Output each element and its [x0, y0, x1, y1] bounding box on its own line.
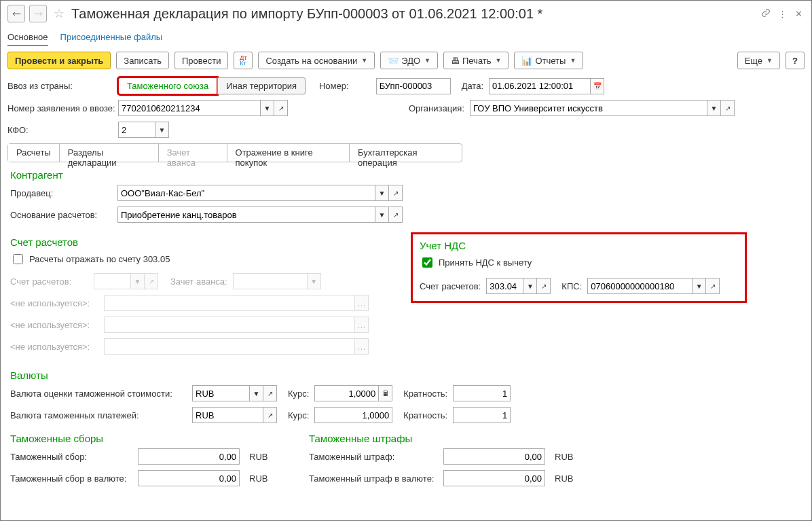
- seller-input[interactable]: [117, 185, 375, 201]
- accept-vat-deduction-label: Принять НДС к вычету: [439, 257, 532, 268]
- tab-main[interactable]: Основное: [7, 29, 48, 46]
- currencies-heading: Валюты: [10, 370, 802, 381]
- more-label: Еще: [745, 56, 762, 66]
- unused-label-2: <не используется>:: [10, 320, 98, 330]
- print-label: Печать: [462, 56, 492, 66]
- accept-vat-deduction-checkbox[interactable]: [422, 257, 432, 268]
- valuation-currency-dropdown[interactable]: ▼: [250, 385, 263, 401]
- mult1-input[interactable]: [453, 385, 511, 401]
- kps-input[interactable]: [587, 278, 693, 294]
- rate2-label: Курс:: [288, 410, 309, 420]
- more-button[interactable]: Еще▼: [737, 52, 780, 69]
- seller-dropdown[interactable]: ▼: [375, 185, 389, 201]
- basis-label: Основание расчетов:: [10, 210, 112, 220]
- customs-fine-currency-input[interactable]: [443, 470, 545, 486]
- tab-accounting-operation[interactable]: Бухгалтерская операция: [350, 144, 462, 162]
- vat-account-open[interactable]: ↗: [537, 278, 551, 294]
- rate1-label: Курс:: [288, 389, 309, 399]
- print-icon: 🖶: [451, 56, 460, 66]
- valuation-currency-label: Валюта оценки таможенной стоимости:: [10, 389, 187, 399]
- mult2-input: [453, 407, 511, 423]
- reports-button[interactable]: 📊Отчеты▼: [514, 52, 583, 69]
- declaration-number-dropdown[interactable]: ▼: [261, 100, 274, 116]
- declaration-number-label: Номер заявления о ввозе:: [7, 103, 113, 113]
- dt-kt-button[interactable]: ДтКт: [234, 52, 253, 69]
- post-button[interactable]: Провести: [174, 52, 229, 69]
- customs-fine-label: Таможенный штраф:: [309, 452, 438, 462]
- number-label: Номер:: [319, 81, 349, 91]
- seller-open[interactable]: ↗: [389, 185, 403, 201]
- payment-currency-open[interactable]: ↗: [263, 407, 277, 423]
- advance-offset-input: [233, 273, 308, 289]
- tab-purchase-book[interactable]: Отражение в книге покупок: [227, 144, 350, 162]
- number-input[interactable]: [376, 78, 451, 94]
- rate2-input: [314, 407, 392, 423]
- customs-fine-input[interactable]: [443, 448, 545, 465]
- toggle-other-territory[interactable]: Иная территория: [217, 77, 306, 94]
- kfo-input[interactable]: [118, 122, 155, 138]
- close-icon[interactable]: ✕: [792, 9, 805, 19]
- settlement-account-input: [94, 273, 131, 289]
- rate1-calc-icon[interactable]: 🖩: [379, 385, 392, 401]
- nav-back-button[interactable]: 🡐: [7, 5, 25, 22]
- basis-dropdown[interactable]: ▼: [375, 206, 389, 223]
- help-button[interactable]: ?: [786, 52, 805, 69]
- kfo-dropdown[interactable]: ▼: [155, 122, 169, 138]
- customs-fines-heading: Таможенные штрафы: [309, 433, 580, 444]
- basis-input[interactable]: [117, 206, 375, 223]
- page-title: Таможенная декларация по импорту БУпп-00…: [71, 6, 756, 22]
- from-country-label: Ввоз из страны:: [7, 81, 113, 91]
- mult2-label: Кратность:: [403, 410, 447, 420]
- payment-currency-label: Валюта таможенных платежей:: [10, 410, 187, 420]
- organization-dropdown[interactable]: ▼: [707, 100, 721, 116]
- kps-open[interactable]: ↗: [706, 278, 720, 294]
- date-input[interactable]: [489, 78, 591, 94]
- post-and-close-button[interactable]: Провести и закрыть: [7, 52, 111, 69]
- declaration-number-open[interactable]: ↗: [274, 100, 288, 116]
- rate1-input[interactable]: [314, 385, 379, 401]
- vat-account-input[interactable]: [486, 278, 523, 294]
- reflect-303-05-label: Расчеты отражать по счету 303.05: [29, 254, 170, 264]
- tab-calculations[interactable]: Расчеты: [8, 144, 60, 162]
- customs-fee-currency: RUB: [249, 452, 267, 462]
- basis-open[interactable]: ↗: [389, 206, 403, 223]
- customs-fee-input[interactable]: [138, 448, 240, 465]
- unused-label-1: <не используется>:: [10, 298, 98, 308]
- edo-label: ЭДО: [401, 56, 420, 66]
- organization-input[interactable]: [470, 100, 707, 116]
- customs-fine-currency-label: Таможенный штраф в валюте:: [309, 473, 438, 484]
- tab-attached-files[interactable]: Присоединенные файлы: [60, 29, 163, 46]
- write-button[interactable]: Записать: [116, 52, 169, 69]
- customs-fee-currency-input[interactable]: [138, 470, 240, 486]
- unused-picker-3: …: [355, 338, 369, 355]
- valuation-currency-input[interactable]: [192, 385, 250, 401]
- edo-button[interactable]: 📨ЭДО▼: [380, 52, 438, 69]
- reflect-303-05-checkbox[interactable]: [13, 254, 23, 264]
- valuation-currency-open[interactable]: ↗: [263, 385, 277, 401]
- payment-currency-input[interactable]: [192, 407, 263, 423]
- vat-account-label: Счет расчетов:: [420, 281, 481, 291]
- unused-label-3: <не используется>:: [10, 342, 98, 352]
- kps-dropdown[interactable]: ▼: [693, 278, 706, 294]
- nav-forward-button[interactable]: 🡒: [29, 5, 47, 22]
- tab-declaration-sections[interactable]: Разделы декларации: [60, 144, 159, 162]
- advance-offset-label: Зачет аванса:: [170, 276, 227, 287]
- settlement-account-label: Счет расчетов:: [10, 276, 88, 287]
- link-icon[interactable]: [760, 8, 772, 20]
- unused-picker-1: …: [355, 295, 369, 311]
- edo-icon: 📨: [388, 56, 399, 66]
- declaration-number-input[interactable]: [118, 100, 261, 116]
- create-based-label: Создать на основании: [265, 56, 357, 66]
- create-based-on-button[interactable]: Создать на основании▼: [258, 52, 375, 69]
- favorite-star-icon[interactable]: ☆: [54, 6, 64, 21]
- reports-icon: 📊: [521, 56, 532, 66]
- unused-input-1: [104, 295, 355, 311]
- vat-account-dropdown[interactable]: ▼: [523, 278, 537, 294]
- organization-open[interactable]: ↗: [721, 100, 735, 116]
- print-button[interactable]: 🖶Печать▼: [443, 52, 509, 69]
- kfo-label: КФО:: [7, 125, 113, 135]
- tab-advance-offset: Зачет аванса: [159, 144, 227, 162]
- calendar-icon[interactable]: 📅: [591, 78, 604, 94]
- toggle-customs-union[interactable]: Таможенного союза: [118, 77, 217, 94]
- kebab-menu-icon[interactable]: ⋮: [776, 9, 788, 19]
